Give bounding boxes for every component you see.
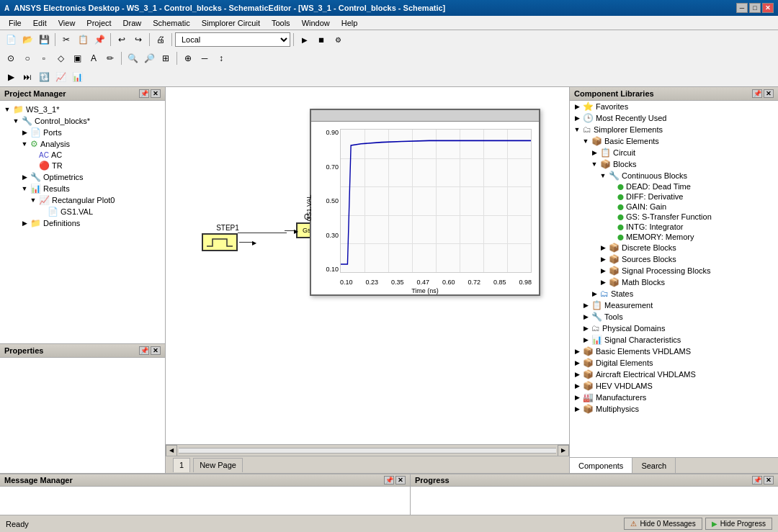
toggle-basic-elements[interactable]: ▼ bbox=[581, 137, 590, 145]
toggle-simplorer-elements[interactable]: ▼ bbox=[573, 125, 581, 134]
scroll-left-btn[interactable]: ◀ bbox=[166, 445, 177, 456]
menu-draw[interactable]: Draw bbox=[117, 17, 148, 29]
toolbar-undo[interactable]: ↩ bbox=[114, 32, 130, 47]
tree-math-blocks[interactable]: ▶ 📦 Math Blocks bbox=[596, 276, 778, 288]
menu-schematic[interactable]: Schematic bbox=[147, 17, 195, 29]
cl-pin-btn[interactable]: 📌 bbox=[752, 89, 762, 98]
tree-hev-vhdlams[interactable]: ▶ 📦 HEV VHDLAMS bbox=[570, 380, 778, 392]
menu-view[interactable]: View bbox=[53, 17, 81, 29]
toggle-multiphysics[interactable]: ▶ bbox=[573, 405, 581, 413]
tree-ports[interactable]: ▶ 📄 Ports bbox=[17, 127, 165, 138]
toggle-rectplot[interactable]: ▼ bbox=[29, 196, 37, 204]
toggle-memory[interactable] bbox=[607, 233, 616, 241]
menu-simplorer-circuit[interactable]: Simplorer Circuit bbox=[196, 17, 266, 29]
toggle-measurement[interactable]: ▶ bbox=[581, 301, 590, 310]
mm-close-btn[interactable]: ✕ bbox=[395, 476, 406, 484]
menu-edit[interactable]: Edit bbox=[27, 17, 53, 29]
toggle-blocks[interactable]: ▼ bbox=[590, 160, 599, 168]
tree-digital-elements[interactable]: ▶ 📦 Digital Elements bbox=[570, 357, 778, 369]
prop-close-btn[interactable]: ✕ bbox=[151, 346, 161, 355]
pm-close-btn[interactable]: ✕ bbox=[151, 89, 161, 98]
toolbar-cut[interactable]: ✂ bbox=[58, 32, 74, 47]
tree-simplorer-elements[interactable]: ▼ 🗂 Simplorer Elements bbox=[570, 124, 778, 135]
mm-pin-btn[interactable]: 📌 bbox=[384, 476, 394, 484]
tree-blocks[interactable]: ▼ 📦 Blocks bbox=[587, 158, 778, 170]
toolbar-draw1[interactable]: ⊙ bbox=[3, 51, 19, 66]
tree-signal-char[interactable]: ▶ 📊 Signal Characteristics bbox=[578, 334, 778, 346]
tree-aircraft-vhdlams[interactable]: ▶ 📦 Aircraft Electrical VHDLAMS bbox=[570, 369, 778, 380]
scroll-right-btn[interactable]: ▶ bbox=[558, 445, 569, 456]
tree-basic-elements[interactable]: ▼ 📦 Basic Elements bbox=[578, 135, 778, 147]
toggle-math[interactable]: ▶ bbox=[599, 278, 607, 287]
tree-tr[interactable]: 🔴 TR bbox=[26, 160, 165, 171]
tree-optimetrics[interactable]: ▶ 🔧 Optimetrics bbox=[17, 171, 165, 183]
step1-block[interactable] bbox=[202, 233, 238, 251]
prop-pin-btn[interactable]: 📌 bbox=[139, 346, 149, 355]
tree-memory[interactable]: ⬤ MEMORY: Memory bbox=[604, 232, 778, 242]
toolbar-zoom-fit[interactable]: ⊞ bbox=[158, 51, 174, 66]
toggle-signal-char[interactable]: ▶ bbox=[581, 335, 590, 344]
tree-tools[interactable]: ▶ 🔧 Tools bbox=[578, 311, 778, 323]
toggle-hev[interactable]: ▶ bbox=[573, 382, 581, 390]
tree-signal-proc[interactable]: ▶ 📦 Signal Processing Blocks bbox=[596, 265, 778, 276]
toggle-tools[interactable]: ▶ bbox=[581, 312, 590, 321]
toolbar-paste[interactable]: 📌 bbox=[91, 32, 107, 47]
toggle-physical[interactable]: ▶ bbox=[581, 324, 590, 333]
toggle-ws31[interactable]: ▼ bbox=[3, 105, 12, 114]
minimize-btn[interactable]: ─ bbox=[736, 3, 748, 13]
menu-tools[interactable]: Tools bbox=[266, 17, 296, 29]
toolbar-draw2[interactable]: ○ bbox=[19, 51, 35, 66]
tree-discrete-blocks[interactable]: ▶ 📦 Discrete Blocks bbox=[596, 242, 778, 253]
toolbar-port[interactable]: ↕ bbox=[213, 51, 229, 66]
menu-window[interactable]: Window bbox=[296, 17, 336, 29]
toggle-circuit[interactable]: ▶ bbox=[590, 148, 599, 157]
tree-basic-vhdlams[interactable]: ▶ 📦 Basic Elements VHDLAMS bbox=[570, 346, 778, 357]
toolbar-draw6[interactable]: A bbox=[86, 51, 102, 66]
component-library-tree[interactable]: ▶ ⭐ Favorites ▶ 🕒 Most Recently Used ▼ 🗂 bbox=[570, 101, 778, 457]
close-btn[interactable]: ✕ bbox=[762, 3, 774, 13]
toggle-ports[interactable]: ▶ bbox=[20, 128, 29, 137]
pm-pin-btn[interactable]: 📌 bbox=[139, 89, 149, 98]
tree-ws31[interactable]: ▼ 📁 WS_3_1* bbox=[0, 104, 165, 115]
toolbar-zoom-out[interactable]: 🔎 bbox=[141, 51, 157, 66]
toggle-results[interactable]: ▼ bbox=[20, 184, 29, 193]
tree-multiphysics[interactable]: ▶ 📦 Multiphysics bbox=[570, 403, 778, 415]
tree-sources-blocks[interactable]: ▶ 📦 Sources Blocks bbox=[596, 253, 778, 265]
toolbar-draw3[interactable]: ▫ bbox=[36, 51, 52, 66]
tree-ac[interactable]: AC AC bbox=[26, 150, 165, 160]
toolbar-zoom-in[interactable]: 🔍 bbox=[125, 51, 140, 66]
toolbar-stop[interactable]: ⏹ bbox=[313, 32, 329, 47]
toolbar-component[interactable]: ⊕ bbox=[180, 51, 196, 66]
toggle-favorites[interactable]: ▶ bbox=[573, 102, 581, 111]
prog-pin-btn[interactable]: 📌 bbox=[752, 476, 762, 484]
toolbar-redo[interactable]: ↪ bbox=[130, 32, 146, 47]
toggle-tr[interactable] bbox=[29, 161, 37, 170]
schematic-canvas[interactable]: STEP1 ▶ bbox=[166, 87, 569, 444]
toggle-sources[interactable]: ▶ bbox=[599, 255, 607, 263]
tree-definitions[interactable]: ▶ 📁 Definitions bbox=[17, 217, 165, 229]
cl-close-btn[interactable]: ✕ bbox=[764, 89, 774, 98]
toggle-signal-proc[interactable]: ▶ bbox=[599, 266, 607, 275]
toggle-gain[interactable] bbox=[607, 202, 616, 211]
toggle-discrete[interactable]: ▶ bbox=[599, 243, 607, 252]
tree-recently-used[interactable]: ▶ 🕒 Most Recently Used bbox=[570, 112, 778, 124]
toggle-digital[interactable]: ▶ bbox=[573, 359, 581, 367]
toggle-basic-vhdlams[interactable]: ▶ bbox=[573, 347, 581, 356]
toolbar-open[interactable]: 📂 bbox=[19, 32, 35, 47]
toggle-analysis[interactable]: ▼ bbox=[20, 140, 29, 148]
prog-close-btn[interactable]: ✕ bbox=[764, 476, 774, 484]
toggle-recently-used[interactable]: ▶ bbox=[573, 114, 581, 122]
toolbar-copy[interactable]: 📋 bbox=[75, 32, 91, 47]
tree-gs[interactable]: ⬤ GS: S-Transfer Function bbox=[604, 212, 778, 222]
chart-window[interactable]: Curve Info TR GS1.VAL bbox=[310, 109, 540, 296]
project-tree[interactable]: ▼ 📁 WS_3_1* ▼ 🔧 Control_blocks* ▶ bbox=[0, 101, 165, 343]
toolbar-run[interactable]: ▶ bbox=[297, 32, 313, 47]
toggle-diff[interactable] bbox=[607, 192, 616, 201]
toggle-intg[interactable] bbox=[607, 222, 616, 231]
tree-circuit[interactable]: ▶ 📋 Circuit bbox=[587, 147, 778, 158]
new-page-tab[interactable]: New Page bbox=[193, 458, 243, 472]
toolbar-sim3[interactable]: 🔃 bbox=[36, 70, 52, 84]
hide-progress-btn[interactable]: ▶ Hide Progress bbox=[705, 518, 772, 530]
tree-measurement[interactable]: ▶ 📋 Measurement bbox=[578, 299, 778, 311]
menu-project[interactable]: Project bbox=[81, 17, 117, 29]
